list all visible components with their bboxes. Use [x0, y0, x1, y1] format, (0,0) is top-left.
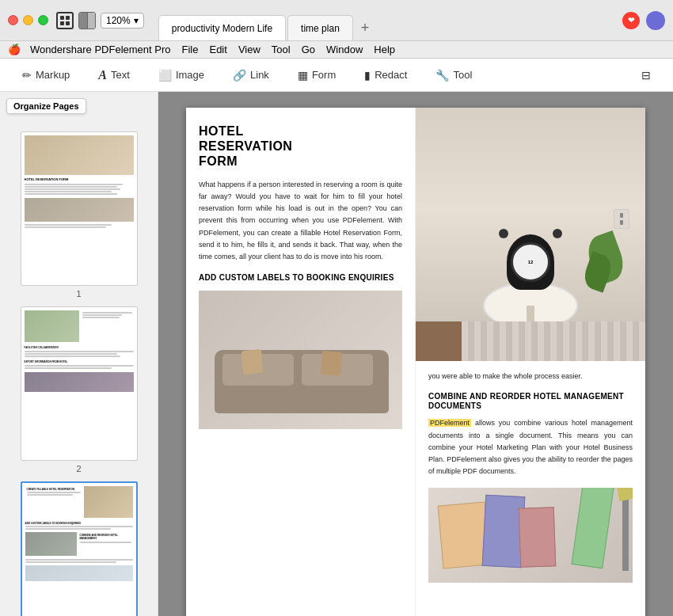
pdf-highlighted-word: PDFelement [428, 419, 471, 427]
image-button[interactable]: ⬜ Image [152, 66, 211, 85]
thumb-num-2: 2 [76, 464, 81, 473]
grid-view-icon[interactable] [56, 12, 74, 29]
menubar: 🍎 Wondershare PDFelement Pro File Edit V… [0, 41, 673, 59]
pdf-right-column: 12 [416, 108, 645, 616]
menu-edit[interactable]: Edit [209, 44, 226, 55]
markup-icon: ✏ [22, 69, 32, 82]
thumbnail-img-3: CREATE FILLABLE HOTEL RESERVATION ADD CU… [21, 481, 138, 616]
thumbnail-page-2[interactable]: FACILITIES COLLABORATION EXPORT INFORMAT… [8, 306, 150, 473]
panel-icon: ⊟ [641, 69, 651, 82]
add-tab-button[interactable]: + [355, 15, 376, 40]
menu-app-name: Wondershare PDFelement Pro [30, 44, 171, 55]
pdf-subheading-2: COMBINE AND REORDER HOTEL MANAGEMENT DOC… [428, 392, 633, 411]
tool-button[interactable]: 🔧 Tool [429, 66, 478, 85]
menu-view[interactable]: View [238, 44, 260, 55]
zoom-chevron-icon: ▾ [134, 15, 139, 26]
link-button[interactable]: 🔗 Link [226, 66, 276, 85]
thumbnail-page-1[interactable]: HOTEL RESERVATION FORM 1 [8, 131, 150, 298]
minimize-button[interactable] [23, 15, 33, 25]
menu-go[interactable]: Go [302, 44, 315, 55]
thumbnail-list: HOTEL RESERVATION FORM 1 [0, 92, 158, 616]
titlebar: 120% ▾ productivity Modern Life time pla… [0, 0, 673, 41]
markup-button[interactable]: ✏ Markup [16, 66, 76, 85]
tabs-area: productivity Modern Life time plan + [158, 0, 622, 40]
panel-toggle-button[interactable]: ⊟ [635, 66, 657, 85]
menu-tool[interactable]: Tool [272, 44, 291, 55]
toolbar: ✏ Markup A Text ⬜ Image 🔗 Link ▦ Form ▮ … [0, 59, 673, 92]
thumbnail-img-1: HOTEL RESERVATION FORM [21, 131, 138, 286]
tab-productivity[interactable]: productivity Modern Life [158, 15, 286, 40]
apple-menu[interactable]: 🍎 [8, 44, 21, 55]
pdf-page: HOTELRESERVATIONFORM What happens if a p… [186, 108, 645, 616]
pdf-body-text-2: you were able to make the whole process … [428, 371, 633, 382]
menu-window[interactable]: Window [326, 44, 363, 55]
toolbar-icons: 120% ▾ [56, 12, 144, 29]
close-button[interactable] [8, 15, 18, 25]
maximize-button[interactable] [38, 15, 48, 25]
pdf-right-bottom: you were able to make the whole process … [416, 361, 645, 592]
organize-pages-badge: Organize Pages [6, 98, 86, 114]
menu-file[interactable]: File [182, 44, 199, 55]
pdf-body-text-1: What happens if a person interested in r… [199, 179, 402, 264]
pdf-left-column: HOTELRESERVATIONFORM What happens if a p… [186, 108, 416, 616]
titlebar-right: ❤ [622, 11, 665, 30]
zoom-value: 120% [106, 15, 131, 26]
zoom-selector[interactable]: 120% ▾ [101, 13, 144, 29]
thumb-num-1: 1 [76, 289, 81, 298]
thumbnail-img-2: FACILITIES COLLABORATION EXPORT INFORMAT… [21, 306, 138, 461]
avatar[interactable] [646, 11, 665, 30]
split-view-icon[interactable] [78, 12, 96, 29]
tab-timeplan[interactable]: time plan [287, 15, 353, 40]
form-button[interactable]: ▦ Form [291, 66, 342, 85]
notification-badge[interactable]: ❤ [622, 12, 640, 29]
image-icon: ⬜ [158, 69, 172, 82]
form-icon: ▦ [298, 69, 308, 82]
link-icon: 🔗 [233, 69, 246, 82]
main-area: Organize Pages HOTEL RESERVATION FORM [0, 92, 673, 616]
text-icon: A [98, 68, 107, 82]
menu-help[interactable]: Help [374, 44, 395, 55]
sofa-image [199, 291, 402, 429]
tool-icon: 🔧 [435, 69, 449, 82]
pdf-content-area[interactable]: HOTELRESERVATIONFORM What happens if a p… [158, 92, 673, 616]
traffic-lights [8, 15, 48, 25]
pdf-body-text-3: PDFelement allows you combine various ho… [428, 417, 633, 477]
redact-button[interactable]: ▮ Redact [358, 66, 413, 85]
pdf-main-heading: HOTELRESERVATIONFORM [199, 124, 402, 169]
thumbnail-sidebar: Organize Pages HOTEL RESERVATION FORM [0, 92, 158, 616]
hotel-room-image: 12 [416, 108, 645, 361]
redact-icon: ▮ [364, 69, 371, 82]
pdf-subheading-1: ADD CUSTOM LABELS TO BOOKING ENQUIRIES [199, 273, 402, 283]
clock-face: 12 [511, 242, 550, 282]
alarm-clock: 12 [507, 234, 554, 290]
thumbnail-page-3[interactable]: CREATE FILLABLE HOTEL RESERVATION ADD CU… [8, 481, 150, 616]
text-button[interactable]: A Text [92, 65, 136, 86]
book-pile-image [428, 488, 633, 583]
